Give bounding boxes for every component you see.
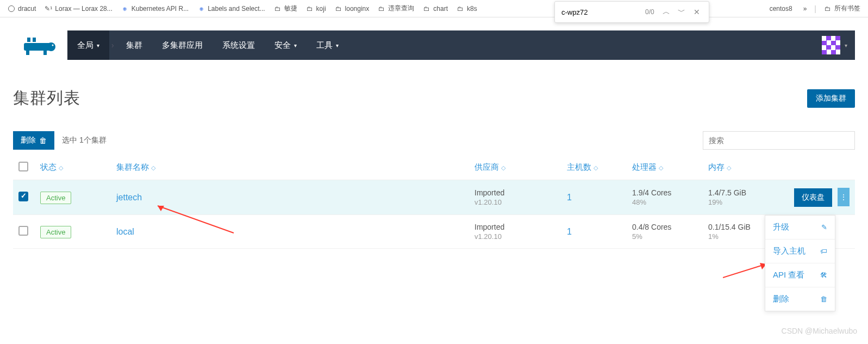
svg-rect-1: [33, 38, 36, 42]
nav-global[interactable]: 全局▾: [67, 30, 109, 60]
page-title: 集群列表: [13, 87, 80, 109]
tag-icon: 🏷: [820, 247, 827, 255]
table-row[interactable]: Active jettech Importedv1.20.10 1 1.9/4 …: [13, 180, 855, 215]
chevron-down-icon[interactable]: ▾: [845, 42, 847, 48]
pencil-icon: ✎: [821, 223, 827, 231]
add-cluster-button[interactable]: 添加集群: [807, 89, 855, 108]
menu-import-host[interactable]: 导入主机🏷: [765, 239, 835, 262]
node-count-link[interactable]: 1: [567, 227, 572, 236]
folder-icon: 🗀: [274, 5, 282, 13]
find-in-page: 0/0 ︿ ﹀ ✕: [554, 1, 709, 23]
bookmark-lorax[interactable]: ✎¹Lorax — Lorax 28...: [41, 3, 115, 15]
find-close-button[interactable]: ✕: [689, 4, 704, 20]
row-checkbox[interactable]: [18, 226, 28, 236]
k8s-icon: ⎈: [197, 5, 205, 13]
sort-icon[interactable]: ◇: [594, 164, 598, 171]
k8s-icon: ⎈: [121, 5, 129, 13]
status-badge: Active: [40, 192, 71, 204]
status-badge: Active: [40, 226, 71, 238]
search-input[interactable]: [703, 131, 855, 150]
bookmark-loonginx[interactable]: 🗀loonginx: [332, 3, 373, 15]
nav-settings[interactable]: 系统设置: [213, 30, 265, 60]
sort-icon[interactable]: ◇: [727, 164, 731, 171]
col-cpu[interactable]: 处理器: [632, 162, 657, 171]
svg-rect-4: [43, 51, 47, 55]
chevron-down-icon: ▾: [294, 42, 297, 48]
find-count: 0/0: [645, 8, 654, 16]
row-more-button[interactable]: ⋮: [838, 188, 850, 206]
nav-multi-cluster[interactable]: 多集群应用: [152, 30, 213, 60]
col-name[interactable]: 集群名称: [116, 162, 149, 171]
selection-count: 选中 1个集群: [62, 136, 107, 145]
pen-icon: ✎¹: [45, 5, 52, 13]
sort-icon[interactable]: ◇: [151, 164, 155, 171]
svg-rect-0: [27, 38, 30, 42]
cluster-name-link[interactable]: jettech: [116, 193, 142, 202]
folder-icon: 🗀: [335, 5, 342, 13]
folder-icon: 🗀: [824, 5, 832, 13]
bookmarks-bar: dracut ✎¹Lorax — Lorax 28... ⎈Kubernetes…: [0, 0, 868, 17]
dashboard-button[interactable]: 仪表盘: [794, 188, 832, 207]
avatar[interactable]: [822, 36, 840, 54]
logo[interactable]: [13, 30, 67, 60]
bookmark-overflow[interactable]: »: [800, 3, 810, 15]
chevron-down-icon: ▾: [97, 42, 99, 48]
sort-icon[interactable]: ◇: [59, 164, 63, 171]
menu-upgrade[interactable]: 升级✎: [765, 216, 835, 239]
row-checkbox[interactable]: [18, 192, 28, 201]
top-bar: 全局▾ › 集群 多集群应用 系统设置 安全▾ 工具▾ ▾: [13, 30, 855, 60]
svg-point-6: [52, 45, 54, 46]
bookmark-agile[interactable]: 🗀敏捷: [271, 2, 301, 15]
col-nodes[interactable]: 主机数: [567, 162, 591, 171]
table-row[interactable]: Active local Importedv1.20.10 1 0.4/8 Co…: [13, 215, 855, 249]
bookmark-koji[interactable]: 🗀koji: [303, 3, 329, 15]
find-input[interactable]: [559, 6, 641, 19]
bookmark-violation[interactable]: 🗀违章查询: [374, 2, 417, 15]
main-nav: 全局▾ › 集群 多集群应用 系统设置 安全▾ 工具▾ ▾: [67, 30, 855, 60]
col-provider[interactable]: 供应商: [474, 162, 499, 171]
svg-point-5: [47, 42, 55, 51]
trash-icon: 🗑: [39, 136, 47, 145]
bookmark-k8s-api[interactable]: ⎈Kubernetes API R...: [118, 3, 192, 15]
svg-rect-2: [24, 43, 50, 51]
find-next-button[interactable]: ﹀: [674, 4, 689, 20]
select-all-checkbox[interactable]: [18, 162, 28, 171]
folder-icon: 🗀: [423, 5, 430, 13]
find-prev-button[interactable]: ︿: [659, 4, 674, 20]
nav-tools[interactable]: 工具▾: [307, 30, 348, 60]
bookmark-dracut[interactable]: dracut: [4, 3, 39, 15]
sort-icon[interactable]: ◇: [501, 164, 505, 171]
bookmark-chart[interactable]: 🗀chart: [420, 3, 451, 15]
folder-icon: 🗀: [378, 5, 385, 13]
chevron-down-icon: ▾: [336, 42, 339, 48]
bookmark-centos8[interactable]: centos8: [766, 3, 796, 15]
row-actions-menu: 升级✎ 导入主机🏷 API 查看🛠 删除🗑: [765, 215, 835, 262]
cluster-name-link[interactable]: local: [116, 227, 134, 236]
col-ram[interactable]: 内存: [708, 162, 725, 171]
delete-button[interactable]: 删除🗑: [13, 131, 54, 150]
nav-security[interactable]: 安全▾: [265, 30, 307, 60]
sort-icon[interactable]: ◇: [659, 164, 663, 171]
folder-icon: 🗀: [306, 5, 314, 13]
cluster-table: 状态◇ 集群名称◇ 供应商◇ 主机数◇ 处理器◇ 内存◇ Active jett…: [13, 155, 855, 249]
bookmark-all[interactable]: 🗀所有书签: [821, 2, 864, 15]
node-count-link[interactable]: 1: [567, 193, 572, 202]
bookmark-labels[interactable]: ⎈Labels and Select...: [194, 3, 268, 15]
rancher-logo-icon: [24, 34, 57, 56]
bookmark-k8s[interactable]: 🗀k8s: [453, 3, 480, 15]
folder-icon: 🗀: [457, 5, 464, 13]
svg-rect-3: [26, 51, 29, 55]
globe-icon: [8, 5, 15, 13]
col-state[interactable]: 状态: [40, 162, 57, 171]
nav-cluster[interactable]: 集群: [116, 30, 152, 60]
